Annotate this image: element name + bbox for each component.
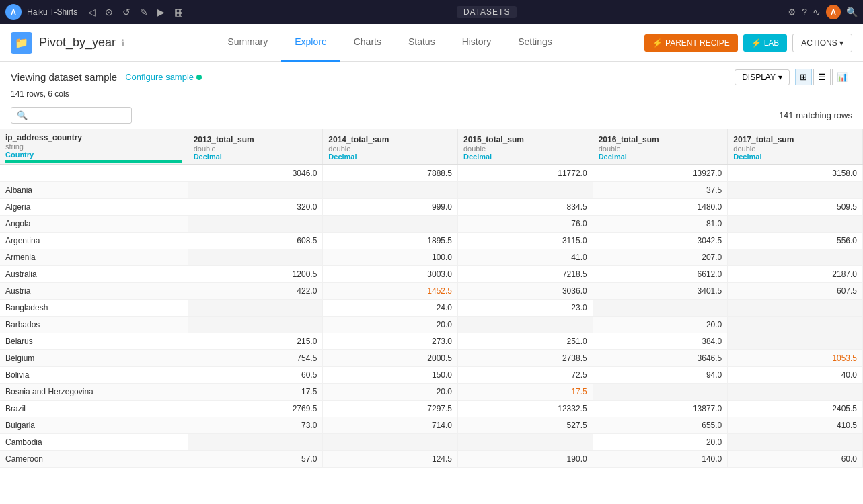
dataset-folder-icon: 📁 [11, 32, 32, 54]
configure-sample-link[interactable]: Configure sample [125, 72, 202, 82]
view-toggle: ⊞ ☰ 📊 [795, 69, 852, 85]
search-bar: 🔍 141 matching rows [0, 104, 863, 129]
table-cell-country: Armenia [0, 249, 188, 266]
search-input-wrap[interactable]: 🔍 [11, 107, 132, 124]
col-header-2017[interactable]: 2017_total_sum double Decimal [728, 129, 863, 165]
table-cell-num [457, 182, 593, 199]
table-cell-num: 3046.0 [188, 165, 323, 182]
table-cell-num: 72.5 [457, 367, 593, 384]
table-cell-country: Austria [0, 283, 188, 300]
activity-icon[interactable]: ∿ [813, 7, 821, 17]
run-icon[interactable]: ▶ [155, 5, 167, 19]
table-cell-num [593, 384, 728, 401]
row-count: 141 rows, 6 cols [0, 88, 863, 104]
col-header-2014[interactable]: 2014_total_sum double Decimal [323, 129, 458, 165]
table-cell-num [188, 300, 323, 317]
table-cell-country: Algeria [0, 199, 188, 216]
settings-icon[interactable]: ⚙ [788, 7, 796, 17]
search-icon: 🔍 [17, 110, 28, 120]
info-icon[interactable]: ℹ [121, 38, 124, 48]
col-header-2016[interactable]: 2016_total_sum double Decimal [593, 129, 728, 165]
top-bar-right: ⚙ ? ∿ A 🔍 [788, 5, 858, 19]
tab-history[interactable]: History [449, 24, 505, 62]
table-cell-num [188, 182, 323, 199]
table-cell-country: Argentina [0, 233, 188, 249]
table-cell-num: 7218.5 [457, 266, 593, 283]
grid-view-button[interactable]: ⊞ [795, 69, 812, 85]
table-row: Austria422.01452.53036.03401.5607.5 [0, 283, 863, 300]
table-cell-num: 1452.5 [323, 283, 458, 300]
nav-bar: 📁 Pivot_by_year ℹ Summary Explore Charts… [0, 24, 863, 62]
refresh-icon[interactable]: ↺ [120, 5, 133, 19]
home-icon[interactable]: ⊙ [102, 5, 116, 19]
table-cell-country: Albania [0, 182, 188, 199]
table-cell-country: Angola [0, 216, 188, 233]
nav-tabs: Summary Explore Charts Status History Se… [135, 24, 644, 62]
table-cell-num [457, 317, 593, 333]
user-avatar[interactable]: A [826, 5, 841, 19]
table-cell-num [728, 434, 863, 451]
col-header-country[interactable]: ip_address_country string Country [0, 129, 188, 165]
nav-back-icon[interactable]: ◁ [85, 5, 98, 19]
table-cell-num: 215.0 [188, 333, 323, 350]
search-icon[interactable]: 🔍 [846, 7, 858, 17]
table-cell-num: 13877.0 [593, 401, 728, 417]
actions-button[interactable]: ACTIONS ▾ [792, 34, 852, 52]
chevron-down-icon: ▾ [778, 73, 782, 82]
table-cell-num [728, 182, 863, 199]
table-row: Bolivia60.5150.072.594.040.0 [0, 367, 863, 384]
dataset-title: Pivot_by_year [39, 36, 116, 50]
table-cell-num: 7888.5 [323, 165, 458, 182]
table-cell-num: 100.0 [323, 249, 458, 266]
table-header-row: ip_address_country string Country 2013_t… [0, 129, 863, 165]
table-cell-num: 20.0 [593, 317, 728, 333]
table-cell-country: Bangladesh [0, 300, 188, 317]
parent-recipe-button[interactable]: ⚡ PARENT RECIPE [644, 34, 738, 52]
tab-status[interactable]: Status [395, 24, 449, 62]
table-cell-num: 20.0 [593, 434, 728, 451]
table-cell-num: 754.5 [188, 350, 323, 367]
table-row: 3046.07888.511772.013927.03158.0 [0, 165, 863, 182]
nav-actions: ⚡ PARENT RECIPE ⚡ LAB ACTIONS ▾ [644, 34, 852, 52]
viewing-dataset-label: Viewing dataset sample [11, 71, 117, 83]
edit-icon[interactable]: ✎ [137, 5, 151, 19]
search-input[interactable] [30, 110, 126, 120]
table-cell-num: 2187.0 [728, 266, 863, 283]
table-row: Belarus215.0273.0251.0384.0 [0, 333, 863, 350]
table-cell-num [323, 216, 458, 233]
table-cell-num: 1200.5 [188, 266, 323, 283]
lab-icon: ⚡ [751, 38, 761, 48]
grid-icon[interactable]: ▦ [172, 5, 186, 19]
table-cell-num: 190.0 [457, 451, 593, 468]
table-cell-country: Australia [0, 266, 188, 283]
recipe-icon: ⚡ [652, 38, 663, 48]
table-cell-num: 94.0 [593, 367, 728, 384]
table-cell-num: 3158.0 [728, 165, 863, 182]
table-row: Algeria320.0999.0834.51480.0509.5 [0, 199, 863, 216]
table-row: Belgium754.52000.52738.53646.51053.5 [0, 350, 863, 367]
tab-explore[interactable]: Explore [281, 24, 340, 62]
col-header-2013[interactable]: 2013_total_sum double Decimal [188, 129, 323, 165]
tab-charts[interactable]: Charts [340, 24, 395, 62]
table-cell-num: 124.5 [323, 451, 458, 468]
table-cell-num: 81.0 [593, 216, 728, 233]
table-cell-num: 1053.5 [728, 350, 863, 367]
table-cell-num [188, 317, 323, 333]
matching-rows-label: 141 matching rows [779, 110, 852, 120]
table-cell-num: 17.5 [457, 384, 593, 401]
table-cell-num [188, 249, 323, 266]
help-icon[interactable]: ? [802, 7, 807, 17]
tab-summary[interactable]: Summary [214, 24, 281, 62]
list-view-button[interactable]: ☰ [813, 69, 831, 85]
table-row: Bangladesh24.023.0 [0, 300, 863, 317]
lab-button[interactable]: ⚡ LAB [743, 34, 788, 52]
tab-settings[interactable]: Settings [504, 24, 566, 62]
table-row: Cameroon57.0124.5190.0140.060.0 [0, 451, 863, 468]
table-cell-num: 3036.0 [457, 283, 593, 300]
chart-view-button[interactable]: 📊 [832, 69, 852, 85]
display-controls: DISPLAY ▾ ⊞ ☰ 📊 [735, 69, 852, 85]
table-cell-num [188, 216, 323, 233]
col-header-2015[interactable]: 2015_total_sum double Decimal [457, 129, 593, 165]
table-row: Brazil2769.57297.512332.513877.02405.5 [0, 401, 863, 417]
display-button[interactable]: DISPLAY ▾ [735, 69, 790, 85]
